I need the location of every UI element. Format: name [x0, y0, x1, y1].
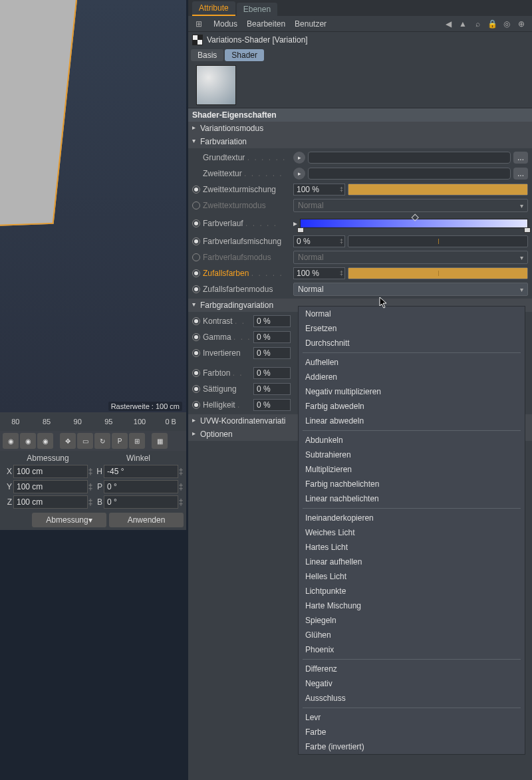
zufallsfarben-slider[interactable]: [348, 267, 528, 279]
blend-option[interactable]: Levr: [299, 710, 525, 725]
parent-tool[interactable]: P: [112, 433, 128, 449]
blend-option[interactable]: Subtrahieren: [299, 448, 525, 462]
grundtextur-slot[interactable]: [308, 152, 511, 164]
saettigung-input[interactable]: 0 %: [253, 383, 291, 395]
blend-option[interactable]: Lichtpunkte: [299, 584, 525, 598]
zweittexturmischung-input[interactable]: 100 %‡: [293, 184, 345, 195]
blend-option[interactable]: Linear aufhellen: [299, 555, 525, 569]
grundtextur-arrow[interactable]: ▸: [293, 152, 305, 164]
dimension-mode-dropdown[interactable]: Abmessung ▾: [32, 513, 106, 527]
x-input[interactable]: 100 cm: [13, 465, 88, 478]
blend-option[interactable]: Farbe (invertiert): [299, 739, 525, 754]
move-tool[interactable]: ✥: [60, 433, 76, 449]
timeline[interactable]: 80 85 90 95 100 0 B: [0, 412, 186, 431]
gamma-radio[interactable]: [192, 333, 200, 341]
menu-benutzer[interactable]: Benutzer: [295, 19, 327, 29]
material-tool[interactable]: ▦: [152, 433, 168, 449]
subtab-shader[interactable]: Shader: [225, 49, 264, 61]
zweittexturmodus-radio[interactable]: [192, 201, 200, 209]
viewport-3d[interactable]: Rasterweite : 100 cm: [0, 0, 186, 412]
saettigung-radio[interactable]: [192, 385, 200, 393]
blend-option[interactable]: Farbe: [299, 725, 525, 739]
zweittexturmischung-radio[interactable]: [192, 186, 200, 194]
tab-ebenen[interactable]: Ebenen: [237, 3, 277, 16]
blend-option[interactable]: Linear nachbelichten: [299, 491, 525, 506]
blend-mode-menu[interactable]: NormalErsetzenDurchschnittAufhellenAddie…: [298, 306, 525, 755]
search-icon[interactable]: ⌕: [472, 19, 483, 29]
farbverlaufsmodus-dropdown[interactable]: Normal: [293, 251, 528, 264]
scale-tool[interactable]: ▭: [77, 433, 93, 449]
farbverlaufsmischung-radio[interactable]: [192, 237, 200, 245]
farbverlauf-radio[interactable]: [192, 219, 200, 227]
invertieren-input[interactable]: 0 %: [253, 347, 291, 359]
section-variationsmodus[interactable]: Variantionsmodus: [188, 122, 532, 135]
kontrast-radio[interactable]: [192, 317, 200, 325]
farbverlauf-gradient[interactable]: [300, 219, 528, 228]
apply-button[interactable]: Anwenden: [109, 513, 184, 527]
blend-option[interactable]: Multiplizieren: [299, 462, 525, 477]
blend-option[interactable]: Weiches Licht: [299, 525, 525, 540]
menu-modus[interactable]: Modus: [213, 19, 237, 29]
helligkeit-radio[interactable]: [192, 401, 200, 409]
zweittexturmodus-dropdown[interactable]: Normal: [293, 199, 528, 212]
blend-option[interactable]: Negativ multiplizieren: [299, 384, 525, 399]
blend-option[interactable]: Ausschluss: [299, 691, 525, 706]
y-input[interactable]: 100 cm: [13, 480, 88, 493]
tab-attribute[interactable]: Attribute: [192, 1, 235, 16]
grundtextur-browse[interactable]: ...: [513, 152, 528, 164]
menu-bearbeiten[interactable]: Bearbeiten: [247, 19, 285, 29]
back-icon[interactable]: ◀: [443, 19, 454, 29]
blend-option[interactable]: Aufhellen: [299, 355, 525, 370]
farbton-radio[interactable]: [192, 369, 200, 377]
menu-icon[interactable]: ⊞: [194, 19, 204, 29]
section-farbvariation[interactable]: Farbvariation: [188, 135, 532, 148]
zweittexturmischung-slider[interactable]: [348, 184, 528, 195]
blend-option[interactable]: Harte Mischung: [299, 598, 525, 613]
blend-option[interactable]: Ersetzen: [299, 321, 525, 336]
z-input[interactable]: 100 cm: [13, 495, 88, 509]
zufallsfarben-input[interactable]: 100 %‡: [293, 267, 345, 279]
zufallsfarbenmodus-radio[interactable]: [192, 285, 200, 293]
farbverlaufsmodus-radio[interactable]: [192, 253, 200, 261]
shader-preview[interactable]: [196, 65, 236, 105]
zweittextur-slot[interactable]: [308, 168, 511, 180]
blend-option[interactable]: Hartes Licht: [299, 540, 525, 555]
b-input[interactable]: 0 °: [104, 495, 178, 509]
h-input[interactable]: -45 °: [104, 465, 178, 478]
target-icon[interactable]: ◎: [501, 19, 512, 29]
blend-option[interactable]: Helles Licht: [299, 569, 525, 584]
zufallsfarbenmodus-dropdown[interactable]: Normal: [293, 283, 528, 296]
farbton-input[interactable]: 0 %: [253, 367, 291, 379]
blend-option[interactable]: Linear abwedeln: [299, 414, 525, 428]
blend-option[interactable]: Normal: [299, 307, 525, 321]
blend-option[interactable]: Spiegeln: [299, 613, 525, 628]
blend-option[interactable]: Glühen: [299, 628, 525, 642]
zweittextur-arrow[interactable]: ▸: [293, 168, 305, 180]
blend-option[interactable]: Farbig abwedeln: [299, 399, 525, 414]
gamma-input[interactable]: 0 %: [253, 331, 291, 343]
helligkeit-input[interactable]: 0 %: [253, 399, 291, 411]
subtab-basis[interactable]: Basis: [191, 49, 223, 61]
p-input[interactable]: 0 °: [104, 480, 178, 493]
up-icon[interactable]: ▲: [458, 19, 468, 29]
farbverlaufsmischung-slider[interactable]: [348, 235, 528, 247]
kontrast-input[interactable]: 0 %: [253, 315, 291, 327]
cube-object[interactable]: [0, 0, 79, 228]
blend-option[interactable]: Addieren: [299, 370, 525, 384]
new-window-icon[interactable]: ⊕: [516, 19, 527, 29]
blend-option[interactable]: Abdunkeln: [299, 433, 525, 448]
zufallsfarben-radio[interactable]: [192, 269, 200, 277]
zweittextur-browse[interactable]: ...: [513, 168, 528, 180]
blend-option[interactable]: Durchschnitt: [299, 336, 525, 350]
tool-btn-1[interactable]: ◉: [3, 433, 19, 449]
rotate-tool[interactable]: ↻: [94, 433, 110, 449]
blend-option[interactable]: Differenz: [299, 662, 525, 676]
blend-option[interactable]: Phoenix: [299, 642, 525, 657]
invertieren-radio[interactable]: [192, 349, 200, 357]
grid-tool[interactable]: ⊞: [129, 433, 145, 449]
blend-option[interactable]: Negativ: [299, 676, 525, 691]
blend-option[interactable]: Farbig nachbelichten: [299, 477, 525, 491]
blend-option[interactable]: Ineinanderkopieren: [299, 511, 525, 525]
farbverlaufsmischung-input[interactable]: 0 %‡: [293, 235, 345, 247]
tool-btn-2[interactable]: ◉: [20, 433, 36, 449]
